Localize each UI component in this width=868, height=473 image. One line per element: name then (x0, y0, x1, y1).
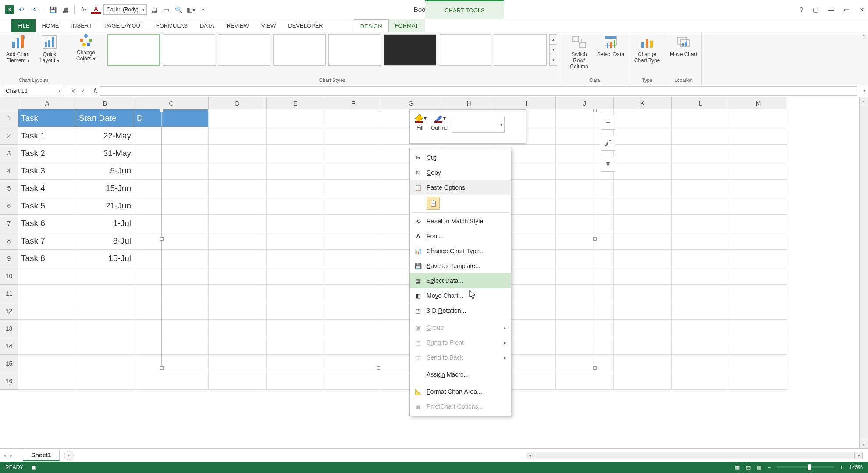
col-header-k[interactable]: K (614, 97, 672, 109)
col-header-c[interactable]: C (134, 97, 209, 109)
ctx-assign-macro[interactable]: Assign Macro... (410, 367, 511, 382)
chart-style-thumb-2[interactable] (163, 34, 215, 66)
resize-handle[interactable] (593, 109, 597, 112)
chart-styles-brush-icon[interactable]: 🖌 (601, 136, 615, 151)
chart-object[interactable] (161, 110, 595, 368)
ctx-copy[interactable]: ⎘Copy (410, 165, 511, 180)
resize-handle[interactable] (377, 366, 380, 370)
tab-insert[interactable]: INSERT (65, 19, 98, 32)
tab-formulas[interactable]: FORMULAS (150, 19, 194, 32)
ctx-font[interactable]: AFont... (410, 229, 511, 244)
quick-layout-button[interactable]: Quick Layout ▾ (35, 34, 64, 64)
chart-style-thumb-7[interactable] (439, 34, 491, 66)
ctx-format-chart-area[interactable]: 📐Format Chart Area... (410, 384, 511, 399)
mini-fill-button[interactable]: ▾ Fill (413, 113, 427, 141)
add-sheet-button[interactable]: ＋ (64, 451, 74, 460)
ctx-change-chart-type[interactable]: 📊Change Chart Type... (410, 244, 511, 258)
macro-record-icon[interactable]: ▣ (31, 464, 36, 470)
zoom-slider[interactable] (777, 466, 834, 468)
select-data-button[interactable]: Select Data (596, 34, 625, 58)
tab-page-layout[interactable]: PAGE LAYOUT (98, 19, 150, 32)
ctx-3d-rotation[interactable]: ◳3-D Rotation... (410, 303, 511, 318)
move-chart-button[interactable]: Move Chart (669, 34, 698, 58)
save-icon[interactable]: 💾 (48, 5, 57, 14)
zoom-level[interactable]: 145% (849, 464, 863, 470)
row-header[interactable]: 7 (0, 215, 18, 232)
cancel-formula-icon[interactable]: ✕ (71, 88, 75, 94)
row-header[interactable]: 15 (0, 355, 18, 372)
col-header-h[interactable]: H (440, 97, 498, 109)
col-header-m[interactable]: M (729, 97, 787, 109)
chart-style-thumb-5[interactable] (328, 34, 381, 66)
scroll-up-icon[interactable]: ▴ (860, 97, 868, 105)
change-colors-button[interactable]: Change Colors ▾ (71, 34, 100, 62)
tab-view[interactable]: VIEW (255, 19, 282, 32)
row-header[interactable]: 16 (0, 372, 18, 390)
name-box[interactable]: Chart 13 (3, 86, 64, 96)
resize-handle[interactable] (593, 237, 597, 241)
switch-row-column-button[interactable]: Switch Row/ Column (565, 34, 594, 70)
scroll-left-icon[interactable]: ◂ (526, 452, 534, 459)
ctx-reset-match-style[interactable]: ⟲Reset to Match Style (410, 214, 511, 229)
zoom-out-icon[interactable]: − (768, 464, 771, 470)
ctx-save-as-template[interactable]: 💾Save as Template... (410, 258, 511, 273)
chart-style-thumb-3[interactable] (218, 34, 270, 66)
chart-filters-funnel-icon[interactable]: ▼ (601, 157, 615, 172)
qat-icon-3[interactable]: ◧▾ (186, 5, 196, 14)
tab-design[interactable]: DESIGN (354, 19, 389, 32)
enter-formula-icon[interactable]: ✓ (81, 88, 85, 94)
tab-review[interactable]: REVIEW (221, 19, 255, 32)
chart-style-thumb-1[interactable] (107, 34, 160, 66)
ctx-move-chart[interactable]: ◧Move Chart... (410, 288, 511, 303)
qat-icon-2[interactable]: ▭ (162, 5, 171, 14)
row-header[interactable]: 14 (0, 337, 18, 355)
qat-icon-1[interactable]: ▤ (149, 5, 159, 14)
minimize-icon[interactable]: — (828, 6, 834, 13)
col-header-d[interactable]: D (209, 97, 267, 109)
help-icon[interactable]: ? (800, 6, 803, 13)
cell-a1[interactable]: Task (18, 109, 76, 127)
row-header[interactable]: 4 (0, 162, 18, 180)
paste-option-icon[interactable]: 📋 (427, 197, 440, 210)
resize-handle[interactable] (160, 366, 164, 370)
zoom-fit-icon[interactable]: 🔍 (174, 5, 184, 14)
col-header-i[interactable]: I (498, 97, 556, 109)
chart-elements-plus-icon[interactable]: ＋ (601, 115, 615, 130)
col-header-l[interactable]: L (672, 97, 729, 109)
formula-input[interactable] (100, 86, 857, 96)
scroll-right-icon[interactable]: ▸ (855, 452, 863, 459)
tab-home[interactable]: HOME (36, 19, 65, 32)
add-chart-element-button[interactable]: + Add Chart Element ▾ (4, 34, 32, 64)
cell[interactable]: 22-May (76, 127, 134, 145)
row-header[interactable]: 13 (0, 320, 18, 337)
resize-handle[interactable] (593, 366, 597, 370)
font-family-selector[interactable]: Calibri (Body) (103, 4, 147, 15)
ribbon-collapse-icon[interactable]: ⌃ (859, 32, 868, 85)
qat-more-icon[interactable]: ▾ (199, 5, 208, 14)
chart-style-thumb-8[interactable] (494, 34, 547, 66)
row-header[interactable]: 5 (0, 180, 18, 197)
vertical-scrollbar[interactable]: ▴ ▾ (859, 97, 868, 448)
font-color-icon[interactable]: A (91, 6, 101, 14)
undo-icon[interactable]: ↶ (17, 5, 26, 14)
chart-style-thumb-6[interactable] (384, 34, 436, 66)
tab-format[interactable]: FORMAT (389, 19, 425, 32)
formula-expand-icon[interactable]: ▾ (860, 88, 868, 93)
view-page-break-icon[interactable]: ▥ (757, 464, 761, 470)
sheet-tab-1[interactable]: Sheet1 (23, 450, 60, 461)
tab-developer[interactable]: DEVELOPER (282, 19, 329, 32)
row-header[interactable]: 2 (0, 127, 18, 145)
redo-icon[interactable]: ↷ (29, 5, 39, 14)
col-header-e[interactable]: E (267, 97, 324, 109)
sheet-nav[interactable]: ◂▸ (4, 452, 23, 459)
row-header[interactable]: 3 (0, 145, 18, 162)
view-normal-icon[interactable]: ▦ (735, 464, 740, 470)
change-chart-type-button[interactable]: Change Chart Type (633, 34, 662, 64)
resize-handle[interactable] (377, 109, 380, 112)
scroll-down-icon[interactable]: ▾ (860, 441, 868, 448)
zoom-in-icon[interactable]: + (840, 464, 843, 470)
row-header[interactable]: 11 (0, 285, 18, 302)
select-all-corner[interactable] (0, 97, 18, 109)
row-header[interactable]: 12 (0, 302, 18, 320)
col-header-j[interactable]: J (556, 97, 614, 109)
